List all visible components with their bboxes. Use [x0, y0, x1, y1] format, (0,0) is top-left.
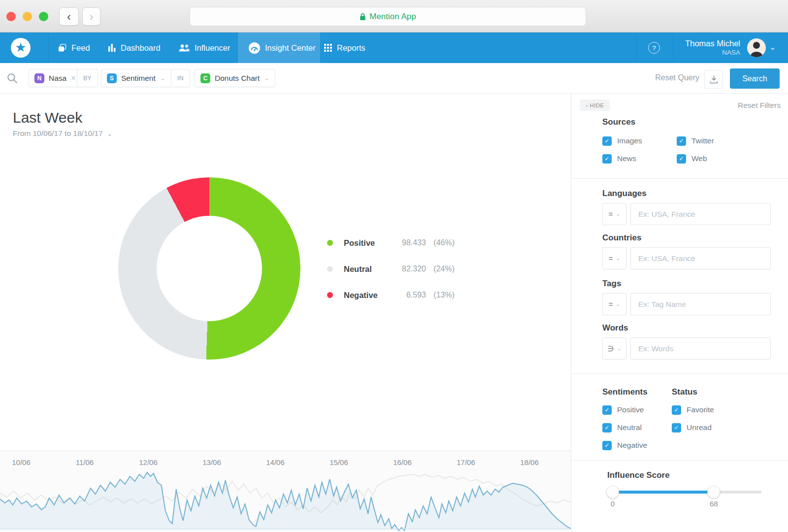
nav-label: Feed	[71, 43, 90, 53]
countries-title: Countries	[602, 233, 641, 243]
chevron-right-icon: ›	[90, 11, 94, 23]
operator-symbol: ∋	[607, 344, 614, 353]
reset-query-link[interactable]: Reset Query	[655, 73, 699, 82]
traffic-light-minimize[interactable]	[23, 12, 32, 21]
person-silhouette-icon	[747, 38, 766, 57]
traffic-light-zoom[interactable]	[39, 12, 48, 21]
influence-score-title: Influence Score	[607, 470, 670, 480]
legend-item-neutral[interactable]: Neutral 82.320 (24%)	[327, 263, 455, 275]
checkbox-unread[interactable]: ✓ Unread	[672, 423, 712, 432]
date-range[interactable]: From 10/06/17 to 18/10/17 ⌄	[13, 129, 112, 138]
nav-label: Insight Center	[265, 43, 316, 53]
checkbox-label: Web	[691, 154, 707, 163]
check-icon: ✓	[674, 424, 679, 431]
countries-input[interactable]	[630, 247, 771, 269]
download-button[interactable]	[704, 70, 723, 89]
checkbox-label: Negative	[617, 441, 647, 450]
operator-in: IN	[171, 69, 190, 87]
traffic-light-close[interactable]	[6, 12, 16, 21]
chevron-down-icon[interactable]: ⌄	[160, 74, 165, 82]
chevron-down-icon[interactable]: ⌄	[264, 74, 269, 82]
nav-item-reports[interactable]: Reports	[324, 33, 365, 63]
avatar[interactable]	[747, 38, 766, 57]
close-icon[interactable]: ×	[71, 74, 75, 83]
query-bar: N Nasa × BY S Sentiment ⌄ IN C Donuts Ch…	[0, 63, 788, 94]
keyword-chip[interactable]: N Nasa ×	[29, 69, 82, 87]
checkbox[interactable]: ✓	[672, 423, 681, 432]
keyword-chip-label: Nasa	[49, 74, 66, 83]
donut-chart[interactable]	[118, 177, 300, 360]
words-input[interactable]	[630, 337, 771, 360]
checkbox-neutral[interactable]: ✓ Neutral	[602, 423, 642, 432]
operator-symbol: =	[609, 300, 613, 308]
checkbox-images[interactable]: ✓ Images	[602, 136, 642, 146]
chevron-down-icon[interactable]: ⌄	[769, 42, 776, 52]
forward-button[interactable]: ›	[82, 7, 100, 26]
address-bar[interactable]: Mention App	[190, 7, 586, 26]
nav-item-dashboard[interactable]: Dashboard	[108, 33, 161, 63]
chart-legend: Positive 98.433 (46%) Neutral 82.320 (24…	[327, 237, 455, 315]
legend-item-positive[interactable]: Positive 98.433 (46%)	[327, 237, 455, 249]
words-operator-dropdown[interactable]: ∋ ⌄	[602, 337, 626, 360]
search-icon	[7, 73, 18, 84]
checkbox-web[interactable]: ✓ Web	[677, 154, 707, 164]
hide-sidebar-button[interactable]: › HIDE	[580, 100, 610, 111]
nav-item-influencer[interactable]: Influencer	[179, 33, 230, 63]
page-title: Last Week	[13, 109, 82, 126]
checkbox[interactable]: ✓	[677, 136, 686, 146]
languages-input[interactable]	[630, 203, 771, 225]
help-button[interactable]: ?	[648, 42, 660, 54]
nav-label: Influencer	[195, 43, 230, 53]
back-button[interactable]: ‹	[59, 7, 79, 26]
chevron-down-icon: ⌄	[107, 130, 113, 137]
influence-slider-handle-max[interactable]	[707, 486, 720, 499]
checkbox[interactable]: ✓	[602, 154, 612, 164]
countries-operator-dropdown[interactable]: = ⌄	[602, 247, 626, 269]
check-icon: ✓	[604, 406, 609, 413]
nav-item-insight-center[interactable]: Insight Center	[238, 33, 320, 63]
checkbox-favorite[interactable]: ✓ Favorite	[672, 405, 714, 415]
checkbox-label: Images	[617, 136, 642, 145]
influence-slider-handle-min[interactable]	[606, 486, 619, 499]
hide-label: HIDE	[590, 102, 604, 108]
app-logo[interactable]: ★	[11, 38, 31, 58]
gauge-icon	[249, 42, 260, 54]
tags-operator-dropdown[interactable]: = ⌄	[602, 293, 626, 315]
checkbox[interactable]: ✓	[602, 441, 612, 450]
check-icon: ✓	[674, 406, 679, 413]
checkbox[interactable]: ✓	[672, 405, 681, 415]
checkbox[interactable]: ✓	[602, 423, 612, 432]
checkbox[interactable]: ✓	[602, 405, 612, 415]
divider	[571, 460, 788, 461]
checkbox[interactable]: ✓	[677, 154, 686, 164]
checkbox-positive[interactable]: ✓ Positive	[602, 405, 644, 415]
lock-icon	[360, 13, 366, 21]
legend-label: Neutral	[344, 265, 372, 274]
chart-type-chip[interactable]: C Donuts Chart ⌄	[195, 69, 275, 87]
checkbox-news[interactable]: ✓ News	[602, 154, 636, 164]
search-button[interactable]: Search	[730, 68, 780, 89]
words-title: Words	[602, 323, 628, 333]
date-tick: 17/06	[457, 458, 475, 466]
divider	[571, 178, 788, 179]
user-name: Thomas Michel	[661, 38, 740, 49]
groupby-chip-label: Sentiment	[121, 74, 156, 83]
checkbox[interactable]: ✓	[602, 136, 612, 146]
checkbox-twitter[interactable]: ✓ Twitter	[677, 136, 714, 146]
chart-type-chip-label: Donuts Chart	[215, 74, 260, 83]
feed-icon	[58, 44, 66, 52]
chevron-down-icon: ⌄	[616, 211, 620, 217]
checkbox-negative[interactable]: ✓ Negative	[602, 440, 647, 450]
nav-label: Reports	[337, 43, 365, 53]
user-menu[interactable]: Thomas Michel NASA	[661, 38, 740, 57]
reset-filters-link[interactable]: Reset Filters	[738, 101, 781, 110]
nav-item-feed[interactable]: Feed	[58, 33, 90, 63]
groupby-chip[interactable]: S Sentiment ⌄	[101, 69, 171, 87]
legend-dot	[327, 266, 333, 272]
grid-dots-icon	[324, 44, 332, 52]
timeline-chart[interactable]	[0, 468, 571, 532]
legend-item-negative[interactable]: Negative 6.593 (13%)	[327, 289, 455, 301]
languages-operator-dropdown[interactable]: = ⌄	[602, 203, 626, 225]
influence-slider-track[interactable]	[613, 491, 761, 494]
tags-input[interactable]	[630, 293, 771, 315]
